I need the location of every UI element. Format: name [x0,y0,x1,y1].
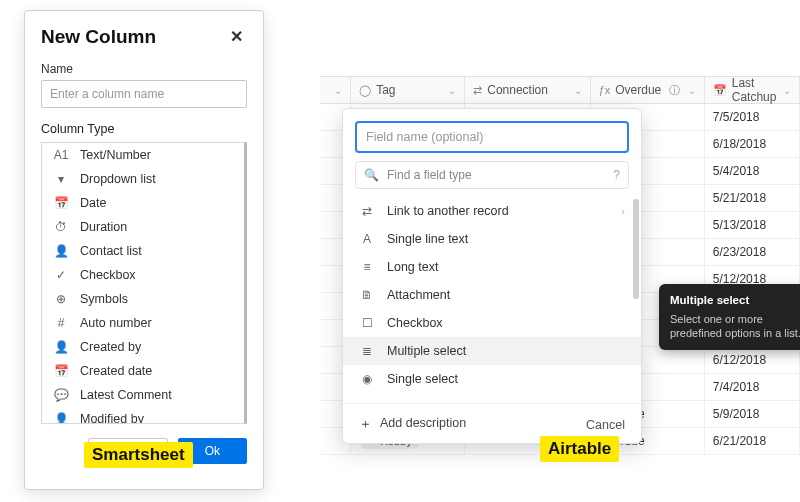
type-icon: ✓ [52,268,70,282]
search-icon: 🔍 [364,168,379,182]
cell-last-catchup[interactable]: 5/13/2018 [705,212,800,238]
field-type-option[interactable]: ASingle line text [343,225,641,253]
column-type-option[interactable]: ✓Checkbox [42,263,244,287]
column-type-option[interactable]: ▾Dropdown list [42,167,244,191]
field-type-search[interactable]: 🔍 Find a field type ? [355,161,629,189]
type-label: Checkbox [80,268,136,282]
column-type-option[interactable]: ⏱Duration [42,215,244,239]
column-type-option[interactable]: 📅Date [42,191,244,215]
field-type-icon: ◉ [359,372,375,386]
help-icon[interactable]: ? [613,168,620,182]
header-expand[interactable]: ⌄ [320,77,351,103]
column-name-input[interactable] [41,80,247,108]
column-type-option[interactable]: 💬Latest Comment [42,383,244,407]
column-type-option[interactable]: A1Text/Number [42,143,244,167]
modal-title: New Column [41,26,156,48]
cell-last-catchup[interactable]: 5/9/2018 [705,401,800,427]
field-type-list: ⇄Link to another record›ASingle line tex… [343,195,641,395]
tooltip-body: Select one or more predefined options in… [670,312,800,342]
type-label: Auto number [80,316,152,330]
cell-last-catchup[interactable]: 6/23/2018 [705,239,800,265]
column-label: Last Catchup [732,76,778,104]
close-icon[interactable]: ✕ [226,25,247,48]
field-type-icon: ≣ [359,344,375,358]
type-icon: 📅 [52,196,70,210]
cell-last-catchup[interactable]: 7/4/2018 [705,374,800,400]
column-type-option[interactable]: ⊕Symbols [42,287,244,311]
field-type-label: Single line text [387,232,468,246]
tooltip-title: Multiple select [670,293,800,309]
column-header-tag[interactable]: ◯ Tag ⌄ [351,77,465,103]
cell-last-catchup[interactable]: 5/4/2018 [705,158,800,184]
grid-header: ⌄ ◯ Tag ⌄ ⇄ Connection ⌄ ƒx Overdue ⓘ ⌄ … [320,76,800,104]
caption-airtable: Airtable [540,436,619,462]
chevron-down-icon: ⌄ [783,85,791,96]
type-label: Created date [80,364,152,378]
field-type-icon: ≡ [359,260,375,274]
cell-last-catchup[interactable]: 6/12/2018 [705,347,800,373]
column-type-option[interactable]: #Auto number [42,311,244,335]
field-type-label: Link to another record [387,204,509,218]
smartsheet-new-column-modal: New Column ✕ Name Column Type A1Text/Num… [24,10,264,490]
field-type-label: Attachment [387,288,450,302]
type-icon: ▾ [52,172,70,186]
plus-icon: ＋ [359,416,372,433]
cell-last-catchup[interactable]: 6/18/2018 [705,131,800,157]
field-type-icon: ☐ [359,316,375,330]
cell-last-catchup[interactable]: 7/5/2018 [705,104,800,130]
field-type-tooltip: Multiple select Select one or more prede… [659,284,800,350]
type-label: Text/Number [80,148,151,162]
column-header-overdue[interactable]: ƒx Overdue ⓘ ⌄ [591,77,705,103]
type-icon: 💬 [52,388,70,402]
field-type-icon: A [359,232,375,246]
column-label: Tag [376,83,395,97]
type-icon: ⊕ [52,292,70,306]
calendar-icon: 📅 [713,84,727,97]
field-type-label: Checkbox [387,316,443,330]
type-label: Contact list [80,244,142,258]
type-label: Duration [80,220,127,234]
type-icon: ⏱ [52,220,70,234]
type-label: Latest Comment [80,388,172,402]
field-type-option[interactable]: ◉Single select [343,365,641,393]
column-type-option[interactable]: 👤Contact list [42,239,244,263]
type-icon: # [52,316,70,330]
chevron-right-icon: › [621,205,625,217]
add-description-label: Add description [380,416,466,433]
column-label: Overdue [615,83,661,97]
type-label: Modified by [80,412,144,424]
field-name-input[interactable] [355,121,629,153]
field-type-label: Multiple select [387,344,466,358]
cancel-button[interactable]: Cancel [586,418,625,432]
field-type-label: Long text [387,260,438,274]
formula-icon: ƒx [599,84,611,96]
add-description-button[interactable]: ＋ Add description [359,416,466,433]
column-type-option[interactable]: 👤Created by [42,335,244,359]
field-type-label: Single select [387,372,458,386]
tag-icon: ◯ [359,84,371,97]
field-type-option[interactable]: ≣Multiple select [343,337,641,365]
field-type-option[interactable]: ☐Checkbox [343,309,641,337]
link-icon: ⇄ [473,84,482,97]
type-icon: A1 [52,148,70,162]
field-type-option[interactable]: 🗎Attachment [343,281,641,309]
field-type-icon: ⇄ [359,204,375,218]
caption-smartsheet: Smartsheet [84,442,193,468]
type-label: Dropdown list [80,172,156,186]
column-header-last-catchup[interactable]: 📅 Last Catchup ⌄ [705,77,800,103]
column-type-list[interactable]: A1Text/Number▾Dropdown list📅Date⏱Duratio… [41,142,247,424]
field-type-option[interactable]: ≡Long text [343,253,641,281]
field-type-option[interactable]: ⇄Link to another record› [343,197,641,225]
column-type-option[interactable]: 👤Modified by [42,407,244,424]
cell-last-catchup[interactable]: 6/21/2018 [705,428,800,454]
chevron-down-icon: ⌄ [688,85,696,96]
type-icon: 📅 [52,364,70,378]
column-header-connection[interactable]: ⇄ Connection ⌄ [465,77,590,103]
type-label: Symbols [80,292,128,306]
search-placeholder: Find a field type [387,168,605,182]
field-create-popover: 🔍 Find a field type ? ⇄Link to another r… [342,108,642,444]
type-label: Date [80,196,106,210]
column-type-option[interactable]: 📅Created date [42,359,244,383]
column-type-label: Column Type [41,122,247,136]
cell-last-catchup[interactable]: 5/21/2018 [705,185,800,211]
